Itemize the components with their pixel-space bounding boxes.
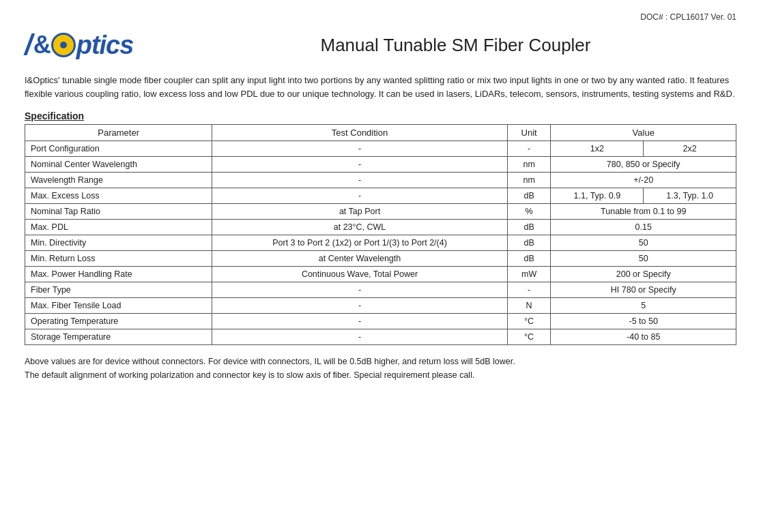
cell-param: Max. Excess Loss [25, 188, 212, 204]
cell-param: Nominal Center Wavelength [25, 157, 212, 173]
spec-heading: Specification [25, 110, 736, 121]
cell-value: +/-20 [551, 173, 736, 188]
table-row: Max. Fiber Tensile Load-N5 [25, 298, 736, 314]
cell-param: Max. Fiber Tensile Load [25, 298, 212, 314]
logo-o-icon [51, 33, 76, 57]
cell-unit: N [507, 298, 551, 314]
col-header-unit: Unit [507, 125, 551, 141]
footer-note: Above values are for device without conn… [25, 355, 736, 382]
page-title: Manual Tunable SM Fiber Coupler [175, 35, 736, 56]
table-row: Operating Temperature-°C-5 to 50 [25, 314, 736, 329]
page: DOC# : CPL16017 Ver. 01 / & ptics Manual… [0, 0, 761, 532]
cell-unit: °C [507, 329, 551, 345]
cell-unit: dB [507, 235, 551, 251]
cell-value-alt: 1.3, Typ. 1.0 [644, 188, 736, 204]
cell-param: Wavelength Range [25, 173, 212, 188]
cell-value: HI 780 or Specify [551, 282, 736, 298]
col-header-test-condition: Test Condition [212, 125, 508, 141]
cell-value: Tunable from 0.1 to 99 [551, 204, 736, 220]
cell-unit: - [507, 282, 551, 298]
col-header-parameter: Parameter [25, 125, 212, 141]
cell-test: at 23°C, CWL [212, 220, 508, 235]
cell-test: - [212, 173, 508, 188]
logo-o-dot [60, 42, 67, 48]
table-row: Port Configuration--1x22x2 [25, 141, 736, 157]
table-row: Storage Temperature-°C-40 to 85 [25, 329, 736, 345]
cell-test: at Center Wavelength [212, 251, 508, 267]
cell-value: -40 to 85 [551, 329, 736, 345]
table-row: Min. DirectivityPort 3 to Port 2 (1x2) o… [25, 235, 736, 251]
logo-area: / & ptics [25, 29, 175, 61]
table-header-row: Parameter Test Condition Unit Value [25, 125, 736, 141]
cell-param: Port Configuration [25, 141, 212, 157]
cell-test: - [212, 282, 508, 298]
cell-param: Nominal Tap Ratio [25, 204, 212, 220]
cell-unit: % [507, 204, 551, 220]
cell-test: Continuous Wave, Total Power [212, 267, 508, 282]
cell-test: - [212, 157, 508, 173]
cell-param: Operating Temperature [25, 314, 212, 329]
table-row: Max. PDLat 23°C, CWLdB0.15 [25, 220, 736, 235]
cell-param: Max. PDL [25, 220, 212, 235]
cell-test: - [212, 329, 508, 345]
doc-reference: DOC# : CPL16017 Ver. 01 [25, 12, 736, 22]
table-row: Wavelength Range-nm+/-20 [25, 173, 736, 188]
logo-slash: / [25, 29, 32, 61]
cell-param: Max. Power Handling Rate [25, 267, 212, 282]
cell-unit: °C [507, 314, 551, 329]
cell-test: - [212, 314, 508, 329]
cell-test: - [212, 141, 508, 157]
cell-param: Min. Directivity [25, 235, 212, 251]
cell-test: - [212, 298, 508, 314]
cell-test: - [212, 188, 508, 204]
cell-value: 50 [551, 235, 736, 251]
spec-table: Parameter Test Condition Unit Value Port… [25, 124, 736, 345]
cell-param: Storage Temperature [25, 329, 212, 345]
page-title-area: Manual Tunable SM Fiber Coupler [175, 35, 736, 56]
logo-ptics: ptics [76, 31, 134, 60]
table-row: Min. Return Lossat Center WavelengthdB50 [25, 251, 736, 267]
cell-unit: dB [507, 251, 551, 267]
col-header-value: Value [551, 125, 736, 141]
cell-unit: dB [507, 188, 551, 204]
product-description: I&Optics' tunable single mode fiber coup… [25, 74, 736, 101]
cell-unit: nm [507, 157, 551, 173]
cell-value-main: 1.1, Typ. 0.9 [551, 188, 644, 204]
cell-value: 780, 850 or Specify [551, 157, 736, 173]
cell-unit: - [507, 141, 551, 157]
table-row: Fiber Type--HI 780 or Specify [25, 282, 736, 298]
cell-test: at Tap Port [212, 204, 508, 220]
header-area: / & ptics Manual Tunable SM Fiber Couple… [25, 29, 736, 61]
cell-value: -5 to 50 [551, 314, 736, 329]
cell-unit: dB [507, 220, 551, 235]
cell-value: 5 [551, 298, 736, 314]
cell-unit: nm [507, 173, 551, 188]
logo-ampersand: & [33, 31, 51, 59]
cell-test: Port 3 to Port 2 (1x2) or Port 1/(3) to … [212, 235, 508, 251]
cell-value: 50 [551, 251, 736, 267]
cell-value-main: 1x2 [551, 141, 644, 157]
table-row: Max. Power Handling RateContinuous Wave,… [25, 267, 736, 282]
cell-value-alt: 2x2 [644, 141, 736, 157]
cell-param: Min. Return Loss [25, 251, 212, 267]
table-row: Nominal Center Wavelength-nm780, 850 or … [25, 157, 736, 173]
cell-param: Fiber Type [25, 282, 212, 298]
table-row: Max. Excess Loss-dB1.1, Typ. 0.91.3, Typ… [25, 188, 736, 204]
logo: / & ptics [25, 29, 133, 61]
cell-unit: mW [507, 267, 551, 282]
cell-value: 200 or Specify [551, 267, 736, 282]
cell-value: 0.15 [551, 220, 736, 235]
table-row: Nominal Tap Ratioat Tap Port%Tunable fro… [25, 204, 736, 220]
